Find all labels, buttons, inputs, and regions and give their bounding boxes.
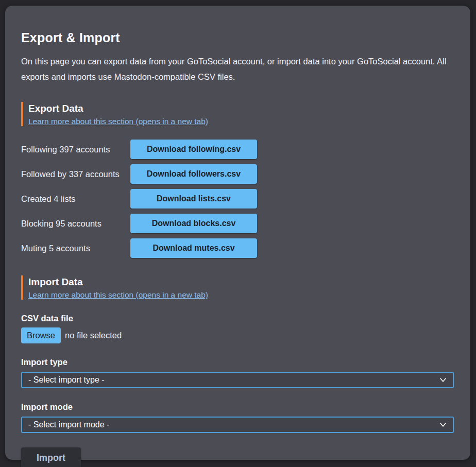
table-row: Created 4 lists Download lists.csv: [21, 189, 454, 209]
download-lists-button[interactable]: Download lists.csv: [130, 189, 257, 209]
table-row: Blocking 95 accounts Download blocks.csv: [21, 214, 454, 233]
import-mode-selected-value: - Select import mode -: [28, 420, 109, 429]
page-title: Export & Import: [21, 30, 454, 45]
file-status-text: no file selected: [65, 331, 122, 340]
download-following-button[interactable]: Download following.csv: [130, 140, 257, 159]
import-button[interactable]: Import: [21, 447, 81, 467]
import-learn-more-link[interactable]: Learn more about this section (opens in …: [28, 290, 208, 300]
import-section-header: Import Data Learn more about this sectio…: [21, 275, 454, 300]
import-form: CSV data file Browse no file selected Im…: [21, 314, 454, 467]
download-blocks-button[interactable]: Download blocks.csv: [130, 214, 257, 233]
table-row: Muting 5 accounts Download mutes.csv: [21, 238, 454, 258]
lists-count-label: Created 4 lists: [21, 194, 130, 204]
import-mode-select[interactable]: - Select import mode -: [21, 417, 454, 433]
followers-count-label: Followed by 337 accounts: [21, 169, 130, 179]
table-row: Followed by 337 accounts Download follow…: [21, 164, 454, 184]
table-row: Following 397 accounts Download followin…: [21, 140, 454, 159]
following-count-label: Following 397 accounts: [21, 145, 130, 154]
import-section-heading: Import Data: [28, 275, 454, 289]
export-learn-more-link[interactable]: Learn more about this section (opens in …: [28, 117, 208, 126]
export-section-header: Export Data Learn more about this sectio…: [21, 102, 454, 126]
export-section-heading: Export Data: [28, 102, 454, 115]
import-mode-label: Import mode: [21, 402, 454, 412]
import-type-selected-value: - Select import type -: [28, 375, 105, 385]
chevron-down-icon: [439, 422, 447, 427]
csv-file-input: Browse no file selected: [21, 327, 454, 343]
import-type-select[interactable]: - Select import type -: [21, 372, 454, 388]
import-type-label: Import type: [21, 357, 454, 367]
mutes-count-label: Muting 5 accounts: [21, 244, 130, 253]
export-import-panel: Export & Import On this page you can exp…: [5, 6, 470, 460]
download-mutes-button[interactable]: Download mutes.csv: [130, 238, 257, 258]
csv-file-label: CSV data file: [21, 314, 454, 323]
download-followers-button[interactable]: Download followers.csv: [130, 164, 257, 184]
export-rows: Following 397 accounts Download followin…: [21, 140, 454, 258]
page-description: On this page you can export data from yo…: [21, 54, 454, 84]
chevron-down-icon: [439, 377, 447, 383]
browse-button[interactable]: Browse: [21, 327, 61, 343]
blocks-count-label: Blocking 95 accounts: [21, 219, 130, 229]
